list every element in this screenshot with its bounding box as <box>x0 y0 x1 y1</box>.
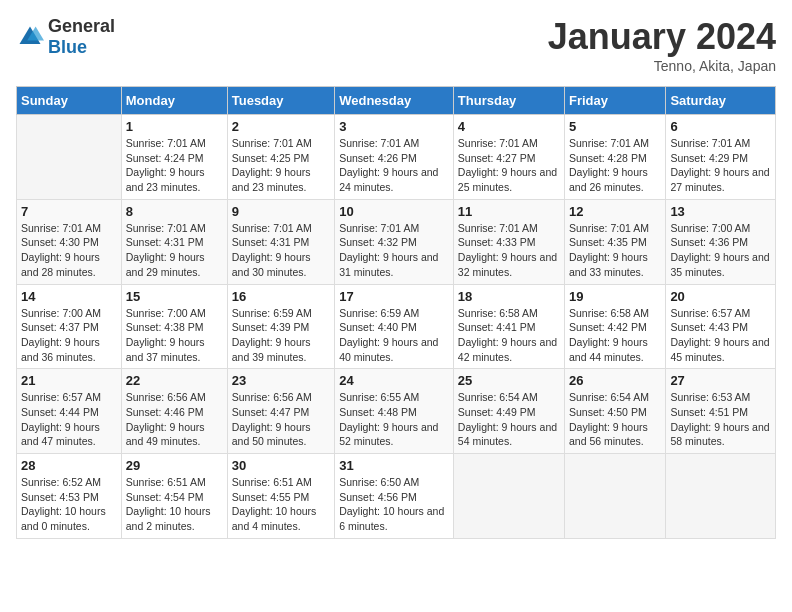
daylight-text: Daylight: 9 hours and 29 minutes. <box>126 251 205 278</box>
day-cell: 31Sunrise: 6:50 AMSunset: 4:56 PMDayligh… <box>335 454 454 539</box>
day-cell: 14Sunrise: 7:00 AMSunset: 4:37 PMDayligh… <box>17 284 122 369</box>
day-info: Sunrise: 6:55 AMSunset: 4:48 PMDaylight:… <box>339 390 449 449</box>
sunset-text: Sunset: 4:38 PM <box>126 321 204 333</box>
sunset-text: Sunset: 4:50 PM <box>569 406 647 418</box>
day-cell: 16Sunrise: 6:59 AMSunset: 4:39 PMDayligh… <box>227 284 334 369</box>
sunset-text: Sunset: 4:43 PM <box>670 321 748 333</box>
logo-text: General Blue <box>48 16 115 58</box>
sunrise-text: Sunrise: 7:01 AM <box>126 137 206 149</box>
sunset-text: Sunset: 4:32 PM <box>339 236 417 248</box>
day-cell: 9Sunrise: 7:01 AMSunset: 4:31 PMDaylight… <box>227 199 334 284</box>
day-info: Sunrise: 6:58 AMSunset: 4:42 PMDaylight:… <box>569 306 661 365</box>
day-info: Sunrise: 6:56 AMSunset: 4:46 PMDaylight:… <box>126 390 223 449</box>
day-number: 25 <box>458 373 560 388</box>
day-cell: 8Sunrise: 7:01 AMSunset: 4:31 PMDaylight… <box>121 199 227 284</box>
day-number: 14 <box>21 289 117 304</box>
daylight-text: Daylight: 9 hours and 50 minutes. <box>232 421 311 448</box>
day-info: Sunrise: 6:59 AMSunset: 4:39 PMDaylight:… <box>232 306 330 365</box>
sunrise-text: Sunrise: 6:54 AM <box>569 391 649 403</box>
header-monday: Monday <box>121 87 227 115</box>
sunset-text: Sunset: 4:31 PM <box>126 236 204 248</box>
sunset-text: Sunset: 4:28 PM <box>569 152 647 164</box>
sunrise-text: Sunrise: 6:54 AM <box>458 391 538 403</box>
day-number: 17 <box>339 289 449 304</box>
sunset-text: Sunset: 4:40 PM <box>339 321 417 333</box>
sunset-text: Sunset: 4:25 PM <box>232 152 310 164</box>
header-saturday: Saturday <box>666 87 776 115</box>
day-number: 20 <box>670 289 771 304</box>
day-info: Sunrise: 7:01 AMSunset: 4:30 PMDaylight:… <box>21 221 117 280</box>
daylight-text: Daylight: 9 hours and 58 minutes. <box>670 421 769 448</box>
sunset-text: Sunset: 4:30 PM <box>21 236 99 248</box>
daylight-text: Daylight: 9 hours and 54 minutes. <box>458 421 557 448</box>
daylight-text: Daylight: 9 hours and 32 minutes. <box>458 251 557 278</box>
daylight-text: Daylight: 9 hours and 27 minutes. <box>670 166 769 193</box>
sunrise-text: Sunrise: 6:59 AM <box>232 307 312 319</box>
day-cell: 21Sunrise: 6:57 AMSunset: 4:44 PMDayligh… <box>17 369 122 454</box>
day-info: Sunrise: 7:01 AMSunset: 4:35 PMDaylight:… <box>569 221 661 280</box>
sunrise-text: Sunrise: 7:01 AM <box>232 137 312 149</box>
title-block: January 2024 Tenno, Akita, Japan <box>548 16 776 74</box>
sunrise-text: Sunrise: 6:52 AM <box>21 476 101 488</box>
daylight-text: Daylight: 10 hours and 6 minutes. <box>339 505 444 532</box>
day-number: 12 <box>569 204 661 219</box>
day-cell: 5Sunrise: 7:01 AMSunset: 4:28 PMDaylight… <box>565 115 666 200</box>
day-number: 16 <box>232 289 330 304</box>
day-info: Sunrise: 6:59 AMSunset: 4:40 PMDaylight:… <box>339 306 449 365</box>
day-info: Sunrise: 7:01 AMSunset: 4:31 PMDaylight:… <box>232 221 330 280</box>
day-info: Sunrise: 6:53 AMSunset: 4:51 PMDaylight:… <box>670 390 771 449</box>
day-info: Sunrise: 7:00 AMSunset: 4:36 PMDaylight:… <box>670 221 771 280</box>
sunset-text: Sunset: 4:41 PM <box>458 321 536 333</box>
day-info: Sunrise: 7:01 AMSunset: 4:32 PMDaylight:… <box>339 221 449 280</box>
daylight-text: Daylight: 9 hours and 45 minutes. <box>670 336 769 363</box>
day-info: Sunrise: 7:00 AMSunset: 4:37 PMDaylight:… <box>21 306 117 365</box>
day-cell: 11Sunrise: 7:01 AMSunset: 4:33 PMDayligh… <box>453 199 564 284</box>
week-row-2: 14Sunrise: 7:00 AMSunset: 4:37 PMDayligh… <box>17 284 776 369</box>
daylight-text: Daylight: 9 hours and 28 minutes. <box>21 251 100 278</box>
daylight-text: Daylight: 9 hours and 23 minutes. <box>232 166 311 193</box>
sunrise-text: Sunrise: 7:01 AM <box>569 137 649 149</box>
day-cell: 1Sunrise: 7:01 AMSunset: 4:24 PMDaylight… <box>121 115 227 200</box>
daylight-text: Daylight: 10 hours and 2 minutes. <box>126 505 211 532</box>
sunrise-text: Sunrise: 7:01 AM <box>670 137 750 149</box>
daylight-text: Daylight: 9 hours and 52 minutes. <box>339 421 438 448</box>
daylight-text: Daylight: 9 hours and 36 minutes. <box>21 336 100 363</box>
day-cell: 20Sunrise: 6:57 AMSunset: 4:43 PMDayligh… <box>666 284 776 369</box>
week-row-1: 7Sunrise: 7:01 AMSunset: 4:30 PMDaylight… <box>17 199 776 284</box>
day-info: Sunrise: 7:01 AMSunset: 4:27 PMDaylight:… <box>458 136 560 195</box>
day-info: Sunrise: 6:50 AMSunset: 4:56 PMDaylight:… <box>339 475 449 534</box>
sunset-text: Sunset: 4:31 PM <box>232 236 310 248</box>
day-number: 27 <box>670 373 771 388</box>
daylight-text: Daylight: 9 hours and 31 minutes. <box>339 251 438 278</box>
day-number: 10 <box>339 204 449 219</box>
logo-general: General <box>48 16 115 36</box>
daylight-text: Daylight: 10 hours and 4 minutes. <box>232 505 317 532</box>
day-number: 18 <box>458 289 560 304</box>
day-info: Sunrise: 6:57 AMSunset: 4:43 PMDaylight:… <box>670 306 771 365</box>
header-friday: Friday <box>565 87 666 115</box>
logo-blue: Blue <box>48 37 87 57</box>
sunset-text: Sunset: 4:48 PM <box>339 406 417 418</box>
sunset-text: Sunset: 4:54 PM <box>126 491 204 503</box>
sunrise-text: Sunrise: 6:57 AM <box>21 391 101 403</box>
sunset-text: Sunset: 4:35 PM <box>569 236 647 248</box>
day-cell <box>453 454 564 539</box>
day-info: Sunrise: 7:01 AMSunset: 4:31 PMDaylight:… <box>126 221 223 280</box>
header-wednesday: Wednesday <box>335 87 454 115</box>
day-cell: 3Sunrise: 7:01 AMSunset: 4:26 PMDaylight… <box>335 115 454 200</box>
day-cell: 18Sunrise: 6:58 AMSunset: 4:41 PMDayligh… <box>453 284 564 369</box>
sunset-text: Sunset: 4:42 PM <box>569 321 647 333</box>
day-cell: 12Sunrise: 7:01 AMSunset: 4:35 PMDayligh… <box>565 199 666 284</box>
day-cell: 24Sunrise: 6:55 AMSunset: 4:48 PMDayligh… <box>335 369 454 454</box>
sunrise-text: Sunrise: 7:00 AM <box>670 222 750 234</box>
sunset-text: Sunset: 4:51 PM <box>670 406 748 418</box>
sunset-text: Sunset: 4:53 PM <box>21 491 99 503</box>
day-number: 22 <box>126 373 223 388</box>
daylight-text: Daylight: 10 hours and 0 minutes. <box>21 505 106 532</box>
day-info: Sunrise: 7:01 AMSunset: 4:26 PMDaylight:… <box>339 136 449 195</box>
sunrise-text: Sunrise: 6:58 AM <box>569 307 649 319</box>
page-header: General Blue January 2024 Tenno, Akita, … <box>16 16 776 74</box>
daylight-text: Daylight: 9 hours and 37 minutes. <box>126 336 205 363</box>
day-cell: 22Sunrise: 6:56 AMSunset: 4:46 PMDayligh… <box>121 369 227 454</box>
logo-icon <box>16 23 44 51</box>
